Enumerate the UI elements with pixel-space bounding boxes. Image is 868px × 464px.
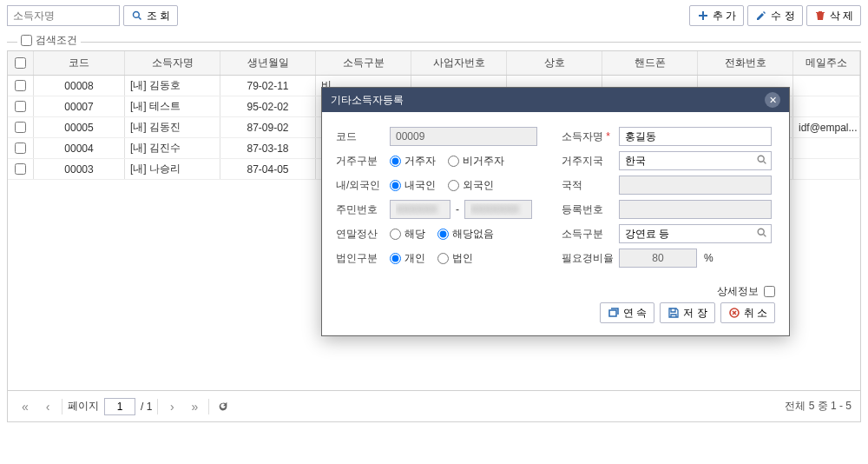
search-input[interactable] (7, 5, 120, 26)
search-condition-label: 검색조건 (36, 33, 77, 48)
cancel-label: 취 소 (744, 306, 767, 321)
register-dialog: 기타소득자등록 ✕ 코드 소득자명 * 거주구분 거주자 비거주자 거주지국 (321, 87, 790, 336)
first-page-button[interactable]: « (16, 398, 34, 415)
nation-field (619, 176, 772, 195)
search-icon (131, 10, 143, 22)
row-checkbox[interactable] (15, 101, 26, 112)
cancel-icon (728, 307, 740, 319)
detail-label: 상세정보 (717, 284, 759, 299)
radio-corporation[interactable]: 법인 (437, 251, 473, 266)
col-mobile[interactable]: 핸드폰 (602, 51, 698, 75)
delete-button[interactable]: 삭 제 (806, 5, 861, 26)
country-field[interactable] (619, 151, 772, 170)
svg-rect-6 (609, 310, 616, 316)
page-total: / 1 (141, 401, 152, 413)
radio-apply[interactable]: 해당 (390, 227, 425, 242)
edit-button[interactable]: 수 정 (747, 5, 802, 26)
label-domfor: 내/외국인 (336, 178, 390, 193)
radio-resident[interactable]: 거주자 (390, 154, 436, 169)
svg-line-5 (764, 235, 766, 237)
label-corp: 법인구분 (336, 251, 390, 266)
label-rrn: 주민번호 (336, 202, 390, 217)
save-icon (667, 307, 680, 319)
page-input[interactable] (104, 398, 135, 415)
dialog-title: 기타소득자등록 (331, 93, 404, 108)
svg-point-0 (134, 12, 140, 18)
cancel-button[interactable]: 취 소 (720, 302, 775, 323)
col-biz[interactable]: 사업자번호 (411, 51, 507, 75)
label-code: 코드 (336, 129, 390, 144)
svg-line-3 (764, 162, 766, 164)
pager-status: 전체 5 중 1 - 5 (785, 399, 852, 414)
svg-line-1 (139, 17, 141, 20)
pager: « ‹ 페이지 / 1 › » 전체 5 중 1 - 5 (8, 390, 860, 421)
svg-point-2 (758, 156, 764, 162)
dialog-header[interactable]: 기타소득자등록 ✕ (322, 88, 789, 112)
row-checkbox[interactable] (15, 80, 26, 91)
percent-label: % (704, 252, 713, 264)
ratio-field (619, 249, 697, 268)
search-condition-checkbox[interactable] (21, 35, 32, 46)
radio-foreign[interactable]: 외국인 (448, 178, 494, 193)
rrn-field-2[interactable] (464, 200, 532, 219)
name-field[interactable] (619, 127, 772, 146)
last-page-button[interactable]: » (186, 398, 203, 415)
delete-label: 삭 제 (830, 9, 853, 23)
row-checkbox[interactable] (15, 143, 26, 154)
toolbar: 조 회 추 가 수 정 삭 제 (0, 0, 868, 31)
detail-checkbox[interactable] (764, 286, 775, 297)
incometype-field[interactable] (619, 224, 772, 243)
save-label: 저 장 (683, 306, 707, 321)
col-tel[interactable]: 전화번호 (698, 51, 793, 75)
page-label: 페이지 (68, 399, 99, 414)
radio-nonresident[interactable]: 비거주자 (448, 154, 504, 169)
label-country: 거주지국 (562, 154, 619, 169)
search-condition-title: 검색조건 (17, 33, 81, 48)
label-regno: 등록번호 (562, 202, 619, 217)
refresh-button[interactable] (214, 398, 232, 415)
add-label: 추 가 (713, 9, 736, 23)
next-page-button[interactable]: › (163, 398, 181, 415)
col-name[interactable]: 소득자명 (125, 51, 220, 75)
col-birth[interactable]: 생년월일 (220, 51, 316, 75)
continue-label: 연 속 (623, 306, 647, 321)
svg-point-4 (758, 229, 764, 235)
lookup-icon[interactable] (756, 227, 768, 239)
col-email[interactable]: 메일주소 (793, 51, 860, 75)
label-incometype: 소득구분 (562, 227, 619, 242)
row-checkbox[interactable] (15, 122, 26, 133)
close-icon[interactable]: ✕ (765, 92, 780, 108)
radio-notapply[interactable]: 해당없음 (437, 227, 494, 242)
rrn-field-1[interactable] (390, 200, 450, 219)
label-name: 소득자명 * (562, 129, 619, 144)
add-button[interactable]: 추 가 (689, 5, 744, 26)
query-label: 조 회 (147, 9, 170, 23)
col-code[interactable]: 코드 (34, 51, 125, 75)
edit-label: 수 정 (771, 9, 794, 23)
label-yearend: 연말정산 (336, 227, 390, 242)
regno-field (619, 200, 772, 219)
col-type[interactable]: 소득구분 (316, 51, 411, 75)
continue-icon (608, 307, 620, 319)
label-nation: 국적 (562, 178, 619, 193)
prev-page-button[interactable]: ‹ (39, 398, 56, 415)
pencil-icon (755, 10, 767, 22)
radio-domestic[interactable]: 내국인 (390, 178, 436, 193)
query-button[interactable]: 조 회 (123, 5, 178, 26)
code-field (390, 127, 537, 146)
row-checkbox[interactable] (15, 163, 26, 175)
save-button[interactable]: 저 장 (660, 302, 714, 323)
select-all-checkbox[interactable] (15, 57, 26, 69)
grid-header: 코드 소득자명 생년월일 소득구분 사업자번호 상호 핸드폰 전화번호 메일주소 (8, 51, 860, 76)
plus-icon (697, 10, 709, 22)
lookup-icon[interactable] (756, 154, 768, 166)
continue-button[interactable]: 연 속 (600, 302, 654, 323)
trash-icon (814, 10, 826, 22)
label-ratio: 필요경비율 (562, 251, 619, 266)
radio-individual[interactable]: 개인 (390, 251, 425, 266)
label-residency: 거주구분 (336, 154, 390, 169)
col-company[interactable]: 상호 (507, 51, 602, 75)
